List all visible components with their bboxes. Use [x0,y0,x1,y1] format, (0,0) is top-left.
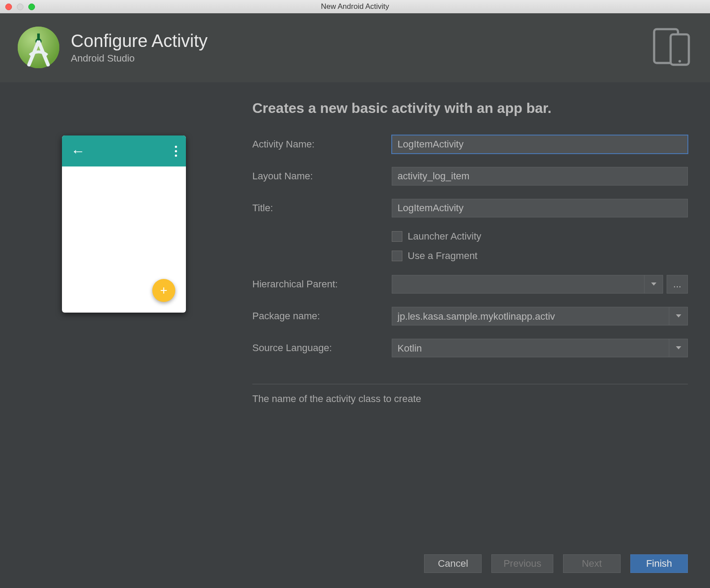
package-name-value: jp.les.kasa.sample.mykotlinapp.activ [392,307,669,325]
wizard-subtitle: Android Studio [71,53,639,64]
preview-appbar: ← [62,135,186,166]
activity-name-input[interactable] [392,135,688,154]
title-label: Title: [252,202,392,214]
title-input[interactable] [392,199,688,217]
activity-name-label: Activity Name: [252,139,392,150]
chevron-down-icon[interactable] [644,275,663,293]
source-language-label: Source Language: [252,342,392,354]
source-language-combo[interactable]: Kotlin [392,339,688,357]
android-studio-logo-icon [17,26,60,69]
hierarchical-parent-label: Hierarchical Parent: [252,279,392,290]
field-hint: The name of the activity class to create [252,393,688,405]
previous-button: Previous [491,554,553,573]
form-factor-icon [650,26,693,69]
use-fragment-label: Use a Fragment [408,250,478,262]
svg-point-1 [18,27,59,68]
window-title: New Android Activity [321,2,389,11]
titlebar: New Android Activity [0,0,710,13]
svg-rect-3 [37,34,40,41]
fab-icon: + [152,279,175,302]
window-controls [5,4,35,10]
use-fragment-checkbox[interactable] [392,251,402,261]
close-window-icon[interactable] [5,4,12,10]
finish-button[interactable]: Finish [630,554,688,573]
template-preview: ← + [62,135,186,313]
wizard-title: Configure Activity [71,31,639,51]
wizard-footer: Cancel Previous Next Finish [0,545,710,588]
minimize-window-icon [17,4,23,10]
launcher-activity-checkbox[interactable] [392,231,402,242]
svg-point-6 [679,60,681,62]
package-name-label: Package name: [252,310,392,322]
chevron-down-icon[interactable] [669,339,687,357]
next-button: Next [563,554,621,573]
back-arrow-icon: ← [71,143,85,159]
zoom-window-icon[interactable] [28,4,35,10]
hierarchical-parent-combo[interactable] [392,275,663,294]
divider [252,384,688,384]
hierarchical-parent-value [392,275,644,293]
overflow-menu-icon [175,146,177,157]
layout-name-input[interactable] [392,167,688,186]
section-description: Creates a new basic activity with an app… [252,100,688,116]
layout-name-label: Layout Name: [252,170,392,182]
source-language-value: Kotlin [392,339,669,357]
wizard-header: Configure Activity Android Studio [0,13,710,82]
package-name-combo[interactable]: jp.les.kasa.sample.mykotlinapp.activ [392,307,688,325]
chevron-down-icon[interactable] [669,307,687,325]
browse-parent-button[interactable]: ... [667,275,688,294]
launcher-activity-label: Launcher Activity [408,231,481,242]
cancel-button[interactable]: Cancel [424,554,482,573]
